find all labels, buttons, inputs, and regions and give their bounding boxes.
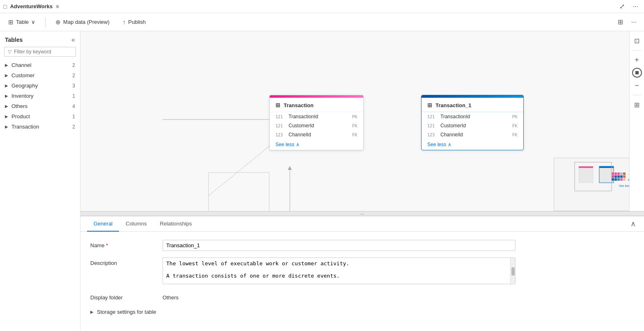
svg-marker-2 (288, 166, 292, 170)
chevron-right-icon: ▶ (5, 124, 8, 129)
field-type-t1-tid: 121 (427, 115, 437, 119)
tab-relationships[interactable]: Relationships (154, 216, 199, 232)
storage-settings[interactable]: ▶ Storage settings for table (90, 307, 634, 317)
svg-rect-6 (579, 166, 593, 183)
form-row-name: Name (90, 240, 634, 251)
table-field-transactionid[interactable]: 121 TransactionId PK (270, 112, 363, 121)
sidebar-group-channel[interactable]: ▶ Channel 2 (0, 60, 80, 70)
panel-divider[interactable]: — (80, 211, 644, 216)
chevron-right-icon: ▶ (5, 63, 8, 67)
see-less-transaction[interactable]: See less ∧ (270, 139, 363, 150)
field-name-t1-cid: CustomerId (440, 123, 466, 129)
table-field-t1-transactionid[interactable]: 121 TransactionId PK (422, 112, 523, 121)
sidebar-group-customer[interactable]: ▶ Customer 2 (0, 70, 80, 80)
bottom-panel: General Columns Relationships ∧ Name Des… (80, 216, 644, 331)
form-row-display-folder: Display folder Others (90, 292, 634, 301)
field-type-t1-chid: 123 (427, 133, 437, 137)
main-layout: Tables « ▽ ▶ Channel 2 ▶ Customer 2 ▶ Ge… (0, 31, 644, 331)
more-button[interactable]: ··· (630, 2, 641, 11)
table-field-t1-customerid[interactable]: 121 CustomerId FK (422, 121, 523, 130)
zoom-out-button[interactable]: − (631, 79, 643, 92)
publish-button[interactable]: ↑ Publish (119, 17, 149, 27)
svg-rect-15 (612, 175, 614, 178)
field-type-chid: 123 (275, 133, 285, 137)
svg-rect-19 (623, 175, 626, 178)
field-name-tid: TransactionId (289, 114, 318, 120)
unsaved-dot (56, 5, 59, 8)
field-name-t1-chid: ChannelId (440, 132, 463, 138)
description-textarea[interactable]: The lowest level of executable work or c… (163, 257, 516, 284)
expand-button[interactable]: ⤢ (617, 2, 627, 11)
zoom-in-button[interactable]: + (631, 54, 643, 66)
name-input[interactable] (163, 240, 516, 251)
toolbar-right: ⊞ ··· (615, 17, 639, 27)
sidebar-group-count: 1 (72, 114, 75, 120)
table-title-transaction: Transaction (284, 102, 314, 108)
tab-columns[interactable]: Columns (119, 216, 153, 232)
table-card-title-transaction: ⊞ Transaction (270, 98, 363, 112)
see-less-transaction1[interactable]: See less ∧ (422, 139, 523, 150)
sidebar-group-count: 3 (72, 83, 75, 89)
field-type-cid: 121 (275, 124, 285, 128)
table-icon-transaction1: ⊞ (427, 102, 432, 108)
table-icon-transaction: ⊞ (275, 102, 280, 108)
toolbar: ⊞ Table ∨ ⊕ Map data (Preview) ↑ Publish… (0, 13, 644, 31)
sidebar-group-inventory[interactable]: ▶ Inventory 1 (0, 91, 80, 101)
title-bar: □ AdventureWorks ⤢ ··· (0, 0, 644, 13)
bottom-panel-collapse-button[interactable]: ∧ (629, 218, 637, 230)
chevron-right-icon: ▶ (5, 73, 8, 78)
sidebar-group-name: Others (11, 103, 28, 109)
svg-rect-22 (617, 178, 620, 181)
chevron-right-icon: ▶ (5, 104, 8, 108)
table-field-customerid[interactable]: 121 CustomerId FK (270, 121, 363, 130)
sidebar-group-geography[interactable]: ▶ Geography 3 (0, 80, 80, 91)
svg-rect-16 (614, 175, 617, 178)
grid-view-button[interactable]: ⊞ (615, 17, 626, 27)
sidebar-collapse-button[interactable]: « (71, 36, 75, 44)
right-toolbar-divider2 (633, 95, 641, 95)
layout-button[interactable]: ⊞ (631, 99, 643, 111)
field-name-cid: CustomerId (289, 123, 314, 129)
sidebar-group-name: Inventory (11, 93, 33, 99)
table-icon: ⊞ (8, 18, 14, 26)
chevron-right-icon: ▶ (5, 83, 8, 88)
field-name-t1-tid: TransactionId (440, 114, 470, 120)
field-key-chid: FK (352, 133, 358, 137)
scrollbar[interactable] (510, 258, 515, 285)
canvas-main[interactable]: ⊞ Transaction 121 TransactionId PK 121 C… (80, 31, 644, 211)
tab-general[interactable]: General (87, 216, 119, 232)
svg-rect-23 (620, 178, 623, 181)
map-data-button[interactable]: ⊕ Map data (Preview) (52, 17, 113, 28)
table-card-transaction1[interactable]: ⊞ Transaction_1 121 TransactionId PK 121… (421, 95, 524, 150)
table-field-t1-channelid[interactable]: 123 ChannelId FK (422, 130, 523, 139)
sidebar-group-product[interactable]: ▶ Product 1 (0, 111, 80, 122)
table-card-title-transaction1: ⊞ Transaction_1 (422, 98, 523, 112)
publish-label: Publish (128, 19, 146, 25)
chevron-right-icon: ▶ (5, 114, 8, 119)
filter-input[interactable] (14, 49, 72, 55)
fit-view-button[interactable]: ⊡ (631, 34, 643, 47)
table-field-channelid[interactable]: 123 ChannelId FK (270, 130, 363, 139)
storage-arrow-icon: ▶ (90, 310, 94, 314)
sidebar-group-transaction[interactable]: ▶ Transaction 2 (0, 122, 80, 132)
svg-rect-13 (620, 172, 623, 175)
bottom-content: Name Description The lowest level of exe… (80, 232, 644, 325)
table-title-transaction1: Transaction_1 (435, 102, 471, 108)
sidebar-filter[interactable]: ▽ (4, 47, 76, 57)
sidebar-group-others[interactable]: ▶ Others 4 (0, 101, 80, 111)
field-key-t1-tid: PK (512, 115, 518, 119)
table-menu[interactable]: ⊞ Table ∨ (5, 17, 39, 28)
bottom-tabs-left: General Columns Relationships (87, 216, 199, 231)
table-card-transaction[interactable]: ⊞ Transaction 121 TransactionId PK 121 C… (269, 95, 364, 150)
svg-rect-11 (614, 172, 617, 175)
sidebar-group-name: Customer (11, 72, 34, 78)
app-icon: □ (3, 3, 7, 10)
sidebar-title: Tables (5, 37, 23, 43)
sidebar-group-count: 2 (72, 62, 75, 68)
field-type-tid: 121 (275, 115, 285, 119)
form-row-description: Description The lowest level of executab… (90, 257, 634, 285)
field-key-tid: PK (352, 115, 358, 119)
more-options-button[interactable]: ··· (629, 17, 639, 27)
display-folder-value: Others (163, 292, 634, 301)
title-bar-left: □ AdventureWorks (3, 3, 59, 10)
